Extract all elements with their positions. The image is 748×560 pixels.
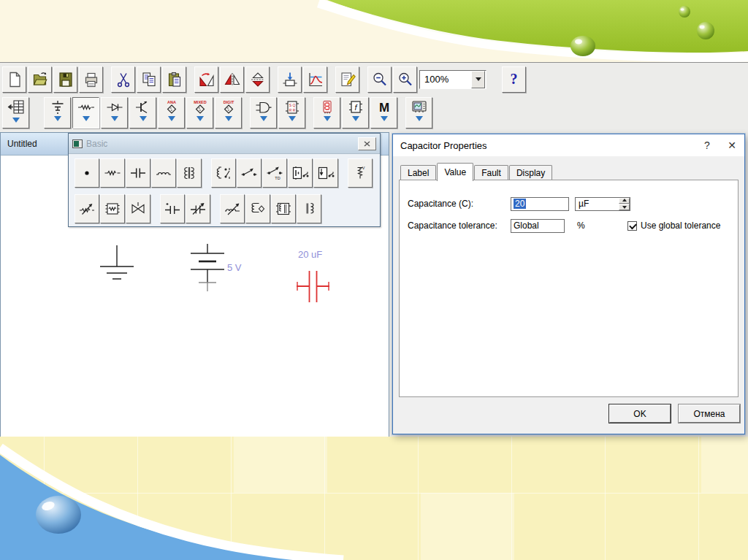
value-tab-page: Capacitance (C): 20 µF Capacitance toler… [399,180,739,397]
chevron-down-icon [476,77,481,84]
battery-value-label[interactable]: 5 V [227,262,242,273]
sources-button[interactable] [44,97,71,129]
paste-icon [166,71,183,88]
copy-button[interactable] [137,66,161,93]
coreless-coil-icon [249,201,267,217]
capacitance-input[interactable]: 20 [511,197,569,211]
basic-parts-window: Basic [68,133,381,227]
paste-button[interactable] [162,66,186,93]
junction-button[interactable] [75,158,99,188]
basic-window-titlebar[interactable]: Basic [69,134,380,154]
dropdown-triangle-icon [225,116,232,125]
logic-gates-button[interactable] [250,97,277,129]
cut-button[interactable] [111,66,135,93]
current-controlled-switch-button[interactable] [313,158,338,188]
time-delay-switch-button[interactable]: TD [262,158,287,188]
switch-icon [240,165,258,181]
transistors-button[interactable] [129,97,156,129]
display-graphs-button[interactable] [303,66,327,93]
instruments-button[interactable] [405,97,432,129]
flip-vertical-icon [249,71,267,88]
capacitor-symbol[interactable] [297,271,329,302]
zoom-in-icon [397,71,414,88]
tab-label[interactable]: Label [400,165,436,180]
copy-icon [140,71,158,88]
digital-ics-button[interactable]: DIGIT [215,97,242,129]
zoom-level-select[interactable]: 100% [419,70,486,89]
indicators-button[interactable] [313,97,340,129]
dialog-titlebar[interactable]: Capacitor Properties ? ✕ [393,134,744,156]
dropdown-triangle-icon [416,116,423,125]
create-subcircuit-button[interactable] [278,66,302,93]
variable-inductor-button[interactable] [220,194,245,223]
pullup-resistor-button[interactable]: +V [348,158,373,188]
diodes-button[interactable] [101,97,128,129]
dialog-close-button[interactable]: ✕ [720,134,744,156]
capacitor-button[interactable] [126,158,150,188]
polarized-capacitor-icon [164,201,181,217]
polarized-capacitor-button[interactable] [160,194,185,223]
svg-text:S Q: S Q [289,102,295,107]
ground-symbol[interactable] [100,245,134,279]
coreless-coil-button[interactable] [245,194,270,223]
magnetic-core-button[interactable] [271,194,296,223]
zoom-out-button[interactable] [367,66,392,93]
voltage-controlled-switch-button[interactable] [288,158,313,188]
basic-close-button[interactable] [358,137,376,150]
rotate-button[interactable] [194,66,218,93]
dropdown-triangle-icon [111,116,118,125]
svg-text:R R: R R [289,108,295,112]
switch-button[interactable] [237,158,262,188]
battery-symbol[interactable] [191,244,224,291]
save-button[interactable] [53,66,77,93]
dialog-tabs: Label Value Fault Display [400,162,553,180]
zoom-dropdown-button[interactable] [471,71,485,88]
controls-button[interactable]: M [370,97,397,129]
basic-row-1: TD +V [69,154,380,190]
variable-inductor-icon [224,201,241,217]
application-window: 100% ? [0,62,748,437]
transformer-button[interactable] [177,158,202,188]
cancel-button[interactable]: Отмена [679,404,740,423]
dialog-help-button[interactable]: ? [695,134,720,156]
flip-horizontal-button[interactable] [220,66,244,93]
relay-button[interactable] [211,158,236,188]
tolerance-value: Global [514,220,539,231]
svg-text:M: M [378,101,389,115]
capacitor-value-label[interactable]: 20 uF [298,249,322,260]
tolerance-unit-label: % [577,220,585,231]
variable-capacitor-button[interactable] [186,194,210,223]
new-document-button[interactable] [2,66,26,93]
help-button[interactable]: ? [502,66,526,93]
flip-vertical-button[interactable] [245,66,270,93]
ok-button[interactable]: OK [609,404,671,423]
tab-fault[interactable]: Fault [474,165,508,180]
miscellaneous-button[interactable]: f [342,97,369,129]
resistor-button[interactable] [100,158,125,188]
instruments-icon [410,99,429,115]
parts-bin-button[interactable] [2,97,29,129]
spinner-up-icon[interactable] [619,198,630,204]
zoom-in-button[interactable] [393,66,417,93]
tab-display[interactable]: Display [509,165,552,180]
capacitance-unit-spinner[interactable]: µF [575,197,630,211]
unit-spinner-buttons[interactable] [619,198,630,210]
potentiometer-button[interactable] [75,194,99,223]
mixed-ics-button[interactable]: MIXED [186,97,213,129]
open-file-button[interactable] [28,66,52,93]
use-global-tolerance-checkbox[interactable] [627,221,637,231]
resistor-pack-button[interactable] [100,194,125,223]
flip-flops-button[interactable]: S Q R R [278,97,305,129]
print-button[interactable] [79,66,103,93]
analog-switch-button[interactable] [126,194,150,223]
flip-flops-icon: S Q R R [283,99,302,115]
print-icon [83,71,100,88]
tab-value[interactable]: Value [437,163,473,181]
tolerance-input[interactable]: Global [511,219,565,233]
spinner-down-icon[interactable] [619,204,630,210]
nonlinear-transformer-button[interactable] [297,194,321,223]
basic-button[interactable] [72,97,99,129]
inductor-button[interactable] [151,158,176,188]
component-properties-button[interactable] [335,66,359,93]
analog-ics-button[interactable]: ANA [158,97,185,129]
